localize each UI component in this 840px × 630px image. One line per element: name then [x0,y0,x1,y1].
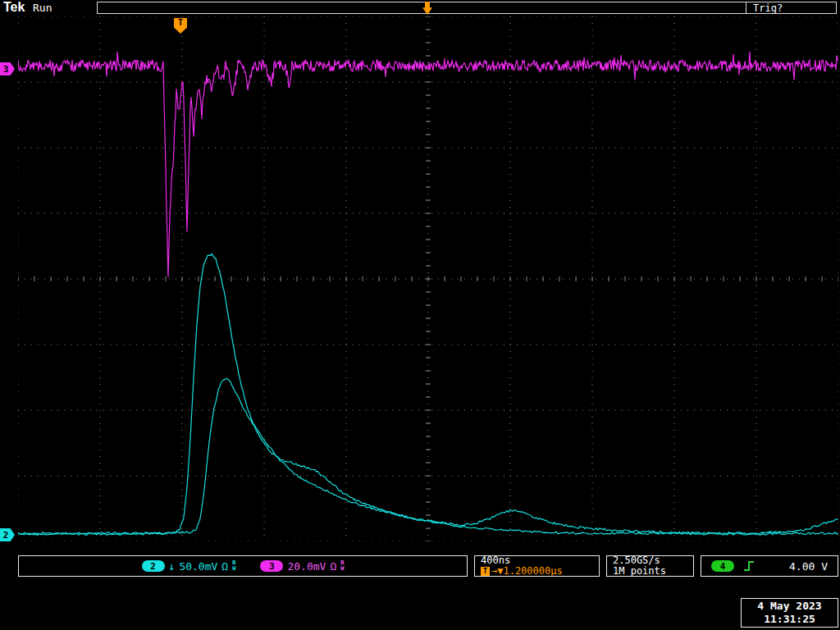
acquisition-run-status: Run [33,2,52,14]
trigger-level-value: 4.00 V [789,560,828,573]
CH2-trace [18,253,838,535]
oscilloscope-screen: Tek Run Trig? T 3 2 2 ↓50.0mVΩ BW 3 20.0… [0,0,840,630]
trigger-status-box: Trig? [746,2,836,13]
acquisition-readout: 2.50GS/s 1M points [606,555,694,577]
ch3-badge: 3 [260,560,283,572]
waveform-display [18,16,838,541]
record-length: 1M points [613,566,666,577]
tek-logo: Tek [3,0,25,15]
ch3-bandwidth-limit-icon: BW [340,560,344,572]
ch3-ohm-coupling: Ω [330,560,336,573]
timebase-readout: 400ns T →▼1.200000µs [474,555,600,577]
CH3-trace [18,52,838,277]
ch2-badge: 2 [142,560,165,572]
ch2-invert-icon: ↓ [169,560,176,573]
trigger-status-label: Trig? [753,2,783,14]
ch4-trigger-badge: 4 [711,560,734,572]
ch3-scale-value: 20.0mV [287,560,326,573]
horizontal-position-bar: Trig? [97,2,837,14]
trigger-readout: 4 4.00 V [701,555,838,577]
date-label: 4 May 2023 [757,600,821,613]
datetime-box: 4 May 2023 11:31:25 [741,598,838,628]
time-label: 11:31:25 [764,613,815,626]
ch2-ohm-coupling: Ω [221,560,228,573]
trigger-delay-value: →▼1.200000µs [491,566,563,577]
trigger-delay-t-icon: T [481,567,490,576]
ch3-scale-readout: 3 20.0mVΩ BW [260,560,344,573]
ch2-scale-readout: 2 ↓50.0mVΩ BW [142,560,236,573]
channel-scale-readouts: 2 ↓50.0mVΩ BW 3 20.0mVΩ BW [18,555,468,577]
channel-2-marker: 2 [0,528,15,541]
rising-edge-icon [742,559,756,573]
ch2-bandwidth-limit-icon: BW [232,560,235,572]
channel-3-marker: 3 [0,62,15,75]
ch2-scale-value: 50.0mV [179,560,217,573]
trigger-delay-readout: T →▼1.200000µs [481,566,563,577]
